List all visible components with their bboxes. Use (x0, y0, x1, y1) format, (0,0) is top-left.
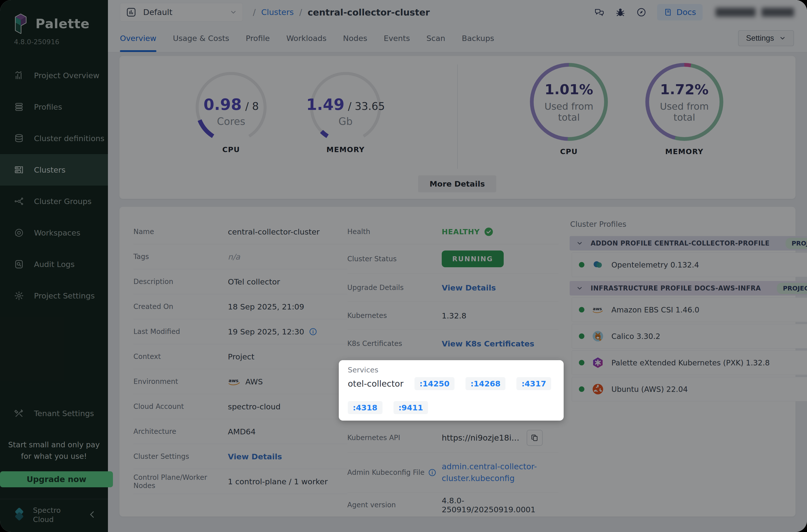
redacted-username (762, 8, 794, 17)
service-port-link[interactable]: :14250 (414, 377, 454, 390)
sidebar-item-label: Clusters (34, 165, 65, 174)
aws-logo: aws (592, 304, 604, 316)
profile-layer-ebs-csi[interactable]: aws Amazon EBS CSI 1.46.0 (571, 298, 807, 322)
detail-row-health: Health HEALTHY (347, 219, 559, 244)
calico-logo (592, 330, 604, 342)
more-details-button[interactable]: More Details (418, 175, 496, 192)
tab-overview[interactable]: Overview (120, 24, 156, 52)
compass-icon[interactable] (636, 7, 646, 18)
topbar-actions: Docs (594, 4, 794, 20)
project-selector[interactable]: Default (120, 3, 243, 21)
cluster-settings-view-details-link[interactable]: View Details (228, 452, 282, 461)
tab-usage-costs[interactable]: Usage & Costs (173, 24, 229, 52)
user-account-menu[interactable] (716, 8, 794, 17)
sidebar-item-cluster-groups[interactable]: Cluster Groups (0, 186, 108, 217)
cpu-usage-donut: 1.01% Used from total CPU (530, 63, 608, 199)
sidebar-item-label: Profiles (34, 102, 62, 111)
info-icon[interactable] (428, 468, 436, 477)
brand-name: Palette (36, 16, 90, 31)
sidebar-item-tenant-settings[interactable]: Tenant Settings (0, 398, 108, 429)
cpu-total-value: / 8 (245, 100, 259, 112)
memory-gauge-label: MEMORY (303, 145, 388, 154)
memory-total-value: / 33.65 (348, 100, 385, 112)
sidebar-item-cluster-definitions[interactable]: Cluster definitions (0, 122, 108, 154)
utilization-card: 0.98 / 8 Cores CPU (119, 56, 795, 199)
sidebar-item-workspaces[interactable]: Workspaces (0, 217, 108, 248)
chevron-down-icon (230, 8, 237, 16)
profile-layer-pxk[interactable]: Palette eXtended Kubernetes (PXK) 1.32.8 (571, 350, 807, 375)
breadcrumb-separator: / (253, 7, 256, 17)
tab-workloads[interactable]: Workloads (286, 24, 326, 52)
info-icon[interactable] (309, 327, 317, 336)
status-badge: RUNNING (442, 250, 504, 267)
cluster-profiles-title: Cluster Profiles (570, 220, 807, 229)
svg-text:aws: aws (593, 306, 602, 311)
view-k8s-certificates-link[interactable]: View K8s Certificates (442, 339, 534, 348)
redacted-username (716, 8, 755, 17)
status-dot (579, 262, 584, 267)
tab-nodes[interactable]: Nodes (343, 24, 367, 52)
tab-backups[interactable]: Backups (462, 24, 494, 52)
status-dot (579, 360, 584, 365)
profile-layer-calico[interactable]: Calico 3.30.2 (571, 324, 807, 348)
chevron-down-icon (576, 285, 583, 292)
bug-icon[interactable] (615, 7, 626, 18)
bar-chart-icon (14, 71, 24, 80)
sidebar-item-audit-logs[interactable]: Audit Logs (0, 248, 108, 280)
cluster-details-card: Name central-collector-cluster Tags n/a … (119, 207, 795, 516)
chevron-down-icon (779, 35, 786, 42)
copy-api-url-button[interactable] (527, 430, 543, 446)
service-port-link[interactable]: :4317 (517, 377, 551, 390)
memory-usage-caption: Used from total (649, 101, 719, 123)
profile-layer-ubuntu[interactable]: Ubuntu (AWS) 22.04 (571, 377, 807, 401)
cpu-gauge-label: CPU (189, 145, 274, 154)
service-name: otel-collector (348, 379, 404, 388)
topbar: Default / Clusters / central-collector-c… (108, 0, 807, 24)
chat-icon[interactable] (594, 7, 605, 18)
breadcrumb-link-clusters[interactable]: Clusters (261, 7, 294, 17)
project-scope-badge: PROJECT (786, 238, 807, 249)
kubeconfig-download-link[interactable]: admin.central-collector-cluster.kubeconf… (442, 461, 543, 484)
kubernetes-api-url: https://ni9ozje18ivwoy2ah70ynx… (442, 433, 522, 442)
docs-button[interactable]: Docs (657, 4, 702, 20)
sidebar-item-label: Audit Logs (34, 260, 75, 269)
check-circle-icon (484, 227, 494, 237)
main-area: Default / Clusters / central-collector-c… (108, 0, 807, 532)
footer-brand-name: Spectro Cloud (33, 506, 61, 525)
status-dot (579, 307, 584, 312)
project-selector-value: Default (143, 7, 172, 17)
cpu-used-value: 0.98 (203, 95, 242, 114)
sidebar-item-profiles[interactable]: Profiles (0, 91, 108, 122)
tab-events[interactable]: Events (384, 24, 410, 52)
profile-group-infrastructure[interactable]: INFRASTRUCTURE PROFILE DOCS-AWS-INFRA PR… (570, 281, 807, 296)
memory-usage-donut: 1.72% Used from total MEMORY (645, 63, 723, 199)
stack-icon (14, 133, 24, 144)
sidebar-item-project-overview[interactable]: Project Overview (0, 60, 108, 91)
tab-scan[interactable]: Scan (427, 24, 445, 52)
sidebar-footer: Spectro Cloud (0, 499, 108, 532)
profile-group-addon[interactable]: ADDON PROFILE CENTRAL-COLLECTOR-PROFILE … (570, 236, 807, 250)
memory-donut-label: MEMORY (645, 147, 723, 156)
sidebar-item-clusters[interactable]: Clusters (0, 154, 108, 186)
detail-row-agent-version: Agent version 4.8.0-250919/20250919.0001 (347, 493, 559, 517)
palette-logo-icon (13, 13, 29, 35)
service-port-link[interactable]: :4318 (348, 401, 382, 414)
profile-layer-opentelemetry[interactable]: Opentelemetry 0.132.4 (571, 252, 807, 277)
service-port-link[interactable]: :9411 (394, 401, 428, 414)
tab-profile[interactable]: Profile (246, 24, 270, 52)
sidebar-item-project-settings[interactable]: Project Settings (0, 280, 108, 311)
clusters-icon (14, 165, 24, 175)
detail-row-upgrade-details: Upgrade Details View Details (347, 274, 559, 302)
service-port-link[interactable]: :14268 (466, 377, 505, 390)
detail-row-environment: Environment aws AWS (133, 369, 347, 394)
svg-text:aws: aws (229, 378, 239, 383)
detail-row-name: Name central-collector-cluster (133, 219, 347, 244)
settings-button[interactable]: Settings (738, 30, 794, 46)
copy-icon (530, 434, 539, 442)
detail-row-description: Description OTel collector (133, 269, 347, 294)
sidebar-collapse-button[interactable] (88, 510, 97, 520)
book-icon (663, 8, 673, 17)
upgrade-view-details-link[interactable]: View Details (442, 283, 496, 292)
sidebar-item-label: Cluster Groups (34, 197, 91, 206)
upgrade-now-button[interactable]: Upgrade now (0, 471, 113, 487)
